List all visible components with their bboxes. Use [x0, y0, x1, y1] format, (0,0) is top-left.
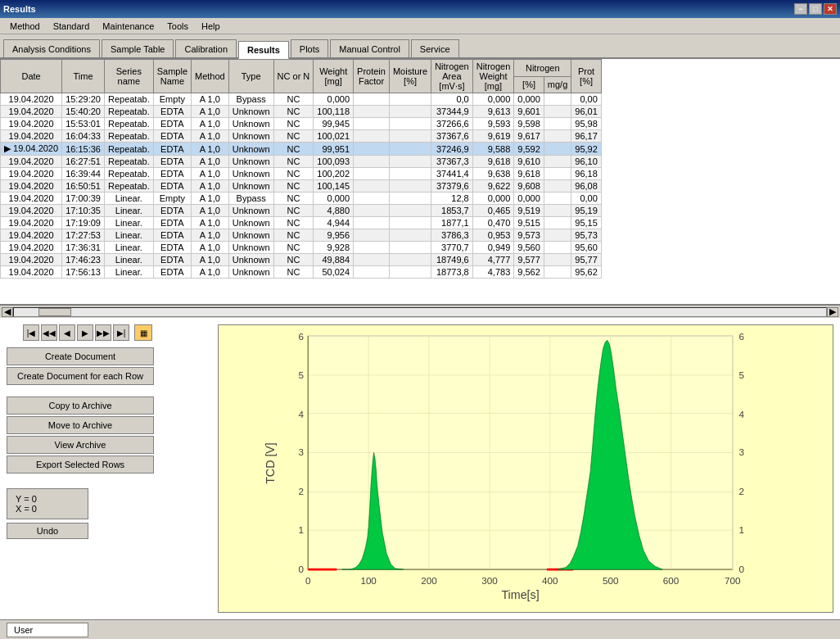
- nav-first-btn[interactable]: |◀: [23, 324, 39, 341]
- close-button[interactable]: ✕: [824, 3, 837, 15]
- svg-text:6: 6: [299, 331, 304, 342]
- col-nitrogen-header: Nitrogen: [514, 60, 571, 77]
- svg-text:400: 400: [542, 575, 558, 586]
- table-row[interactable]: ▶ 19.04.202016:15:36Repeatab.EDTAA 1,0Un…: [1, 143, 602, 156]
- svg-text:300: 300: [481, 575, 498, 586]
- user-status: User: [7, 623, 88, 637]
- status-bar: User: [0, 619, 840, 639]
- svg-text:TCD [V]: TCD [V]: [264, 442, 277, 484]
- title-bar: Results − □ ✕: [0, 0, 840, 18]
- col-nc-or-n: NC or N: [273, 60, 314, 93]
- nav-prev-prev-btn[interactable]: ◀◀: [41, 324, 57, 341]
- table-row[interactable]: 19.04.202016:50:51Repeatab.EDTAA 1,0Unkn…: [1, 180, 602, 193]
- chart-area: TCD [V] 0 1 2 3 4 5 6 0 1 2 3 4 5 6 0 10…: [218, 324, 833, 613]
- filter-btn[interactable]: ▦: [134, 324, 152, 341]
- svg-text:100: 100: [360, 575, 377, 586]
- nav-last-btn[interactable]: ▶|: [113, 324, 129, 341]
- table-row[interactable]: 19.04.202015:53:01Repeatab.EDTAA 1,0Unkn…: [1, 118, 602, 130]
- navigation-bar: |◀ ◀◀ ◀ ▶ ▶▶ ▶| ▦: [7, 324, 211, 341]
- svg-text:700: 700: [725, 575, 741, 586]
- menu-standard[interactable]: Standard: [47, 20, 97, 33]
- tab-plots[interactable]: Plots: [291, 39, 328, 57]
- view-archive-button[interactable]: View Archive: [7, 436, 154, 454]
- tab-results[interactable]: Results: [238, 41, 289, 59]
- svg-text:1: 1: [739, 524, 744, 535]
- menu-help[interactable]: Help: [195, 20, 227, 33]
- svg-text:1: 1: [299, 524, 304, 535]
- table-row[interactable]: 19.04.202017:00:39Linear.EmptyA 1,0Bypas…: [1, 193, 602, 205]
- tab-manual-control[interactable]: Manual Control: [330, 39, 409, 57]
- create-document-each-row-button[interactable]: Create Document for each Row: [7, 367, 154, 385]
- export-selected-rows-button[interactable]: Export Selected Rows: [7, 455, 154, 474]
- undo-button[interactable]: Undo: [7, 523, 88, 539]
- menu-maintenance[interactable]: Maintenance: [96, 20, 160, 33]
- col-nitrogen-mgg: mg/g: [544, 76, 571, 93]
- svg-text:0: 0: [299, 564, 305, 574]
- nav-prev-btn[interactable]: ◀: [59, 324, 75, 341]
- svg-text:Time[s]: Time[s]: [501, 588, 539, 601]
- table-row[interactable]: 19.04.202017:27:53Linear.EDTAA 1,0Unknow…: [1, 229, 602, 242]
- menu-method[interactable]: Method: [3, 20, 47, 33]
- svg-text:500: 500: [603, 575, 619, 586]
- col-date: Date: [1, 60, 62, 93]
- table-row[interactable]: 19.04.202016:39:44Repeatab.EDTAA 1,0Unkn…: [1, 168, 602, 180]
- table-row[interactable]: 19.04.202017:19:09Linear.EDTAA 1,0Unknow…: [1, 217, 602, 229]
- nav-next-btn[interactable]: ▶: [77, 324, 93, 341]
- col-sample-name: SampleName: [153, 60, 191, 93]
- menu-tools[interactable]: Tools: [160, 20, 195, 33]
- title-buttons: − □ ✕: [794, 3, 837, 15]
- col-series-name: Seriesname: [104, 60, 153, 93]
- svg-text:5: 5: [299, 369, 304, 380]
- col-type: Type: [228, 60, 273, 93]
- scrollbar-track[interactable]: [13, 307, 827, 317]
- maximize-button[interactable]: □: [809, 3, 822, 15]
- table-row[interactable]: 19.04.202016:27:51Repeatab.EDTAA 1,0Unkn…: [1, 156, 602, 168]
- main-content: Date Time Seriesname SampleName Method T…: [0, 59, 840, 619]
- results-table-container[interactable]: Date Time Seriesname SampleName Method T…: [0, 59, 840, 305]
- svg-text:3: 3: [299, 446, 304, 457]
- col-prot: Prot[%]: [571, 60, 602, 93]
- col-time: Time: [62, 60, 105, 93]
- tab-analysis-conditions[interactable]: Analysis Conditions: [3, 39, 100, 57]
- svg-text:0: 0: [739, 564, 745, 574]
- table-row[interactable]: 19.04.202017:46:23Linear.EDTAA 1,0Unknow…: [1, 254, 602, 266]
- col-nitrogen-pct: [%]: [514, 76, 544, 93]
- coord-undo-area: Y = 0 X = 0 Undo: [7, 482, 211, 539]
- x-coordinate: X = 0: [16, 504, 79, 514]
- scroll-left-btn[interactable]: ◀: [2, 307, 13, 317]
- scrollbar-thumb[interactable]: [38, 308, 71, 316]
- minimize-button[interactable]: −: [794, 3, 807, 15]
- col-weight: Weight[mg]: [314, 60, 354, 93]
- svg-text:4: 4: [299, 409, 305, 419]
- bottom-panel: |◀ ◀◀ ◀ ▶ ▶▶ ▶| ▦ Create Document Create…: [0, 318, 840, 619]
- table-row[interactable]: 19.04.202016:04:33Repeatab.EDTAA 1,0Unkn…: [1, 130, 602, 143]
- results-table: Date Time Seriesname SampleName Method T…: [0, 59, 602, 279]
- tab-calibration[interactable]: Calibration: [175, 39, 237, 57]
- title-text: Results: [3, 4, 36, 14]
- svg-text:5: 5: [739, 369, 744, 380]
- table-row[interactable]: 19.04.202015:29:20Repeatab.EmptyA 1,0Byp…: [1, 93, 602, 106]
- svg-text:4: 4: [739, 409, 745, 419]
- y-coordinate: Y = 0: [16, 494, 79, 504]
- svg-text:2: 2: [739, 486, 744, 496]
- coordinates-box: Y = 0 X = 0 Undo: [7, 482, 88, 539]
- table-row[interactable]: 19.04.202017:10:35Linear.EDTAA 1,0Unknow…: [1, 205, 602, 217]
- move-to-archive-button[interactable]: Move to Archive: [7, 416, 154, 434]
- create-document-button[interactable]: Create Document: [7, 347, 154, 365]
- table-row[interactable]: 19.04.202015:40:20Repeatab.EDTAA 1,0Unkn…: [1, 106, 602, 118]
- scroll-right-btn[interactable]: ▶: [827, 307, 838, 317]
- nav-next-next-btn[interactable]: ▶▶: [95, 324, 111, 341]
- left-controls: |◀ ◀◀ ◀ ▶ ▶▶ ▶| ▦ Create Document Create…: [7, 324, 211, 613]
- svg-text:600: 600: [663, 575, 680, 586]
- tab-service[interactable]: Service: [411, 39, 459, 57]
- svg-text:0: 0: [305, 575, 311, 586]
- tab-bar: Analysis Conditions Sample Table Calibra…: [0, 34, 840, 59]
- table-row[interactable]: 19.04.202017:36:31Linear.EDTAA 1,0Unknow…: [1, 242, 602, 254]
- tab-sample-table[interactable]: Sample Table: [102, 39, 174, 57]
- horizontal-scrollbar[interactable]: ◀ ▶: [0, 305, 840, 318]
- col-moisture: Moisture[%]: [389, 60, 431, 93]
- col-protein-factor: ProteinFactor: [354, 60, 390, 93]
- coord-display: Y = 0 X = 0: [7, 488, 88, 519]
- table-row[interactable]: 19.04.202017:56:13Linear.EDTAA 1,0Unknow…: [1, 266, 602, 279]
- copy-to-archive-button[interactable]: Copy to Archive: [7, 397, 154, 415]
